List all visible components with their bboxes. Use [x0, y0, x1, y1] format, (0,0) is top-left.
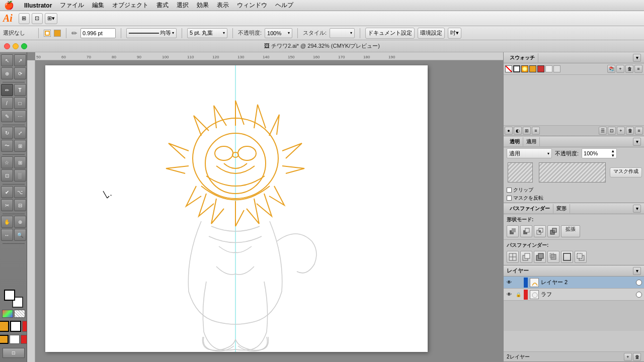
- mask-area[interactable]: [539, 162, 606, 183]
- magic-wand-tool[interactable]: ⟳: [14, 67, 26, 79]
- swatch-delete-btn[interactable]: 🗑: [625, 65, 633, 73]
- opacity-dropdown[interactable]: 100% ▾: [265, 28, 292, 38]
- tab-swatches[interactable]: スウォッチ: [507, 53, 538, 62]
- nav-btn[interactable]: ↔: [1, 229, 13, 241]
- expand-btn[interactable]: 拡張: [561, 225, 580, 237]
- swatch-lightgray[interactable]: [545, 65, 552, 72]
- outline-btn[interactable]: [561, 251, 573, 263]
- layer-rough-visibility[interactable]: 👁: [506, 291, 513, 298]
- prefs-btn[interactable]: 環境設定: [418, 28, 445, 39]
- square-fill[interactable]: [0, 335, 9, 344]
- fill-indicator[interactable]: [4, 290, 15, 301]
- arrange2-btn[interactable]: ⊞▾: [45, 13, 57, 24]
- swatch-menu-btn[interactable]: ≡: [634, 65, 642, 73]
- canvas-content[interactable]: *: [35, 60, 503, 362]
- swatch-pattern-btn[interactable]: ⊞: [523, 127, 531, 135]
- menu-edit[interactable]: 編集: [92, 1, 104, 10]
- intersect-btn[interactable]: [534, 225, 546, 237]
- invert-mask-checkbox[interactable]: [507, 196, 512, 201]
- invert-mask-label[interactable]: マスクを反転: [507, 195, 641, 202]
- active-fill[interactable]: [0, 321, 9, 332]
- stroke-color-btn[interactable]: [44, 30, 51, 37]
- menu-file[interactable]: ファイル: [60, 1, 84, 10]
- zoom-tool[interactable]: ⊕: [14, 216, 26, 228]
- minus-front-btn[interactable]: [520, 225, 532, 237]
- swatch-white[interactable]: [513, 65, 520, 72]
- gradient-swatch[interactable]: [2, 310, 13, 318]
- scale-tool[interactable]: ⤢: [14, 127, 26, 139]
- style-dropdown[interactable]: ▾: [330, 28, 355, 38]
- trim-btn[interactable]: [520, 251, 532, 263]
- swatch-red[interactable]: [537, 65, 544, 72]
- swatch-gradient-btn[interactable]: ◐: [514, 127, 522, 135]
- tab-transparency-extra[interactable]: 適用: [523, 137, 540, 146]
- stroke-style-dropdown[interactable]: 均等 ▾: [126, 28, 177, 38]
- exclude-btn[interactable]: [547, 225, 559, 237]
- swatch-none[interactable]: [505, 65, 512, 72]
- swatch-new-btn[interactable]: +: [616, 65, 624, 73]
- layer-row-2[interactable]: 👁 レイヤー 2: [504, 277, 644, 289]
- menu-object[interactable]: オブジェクト: [112, 1, 148, 10]
- layer-2-target[interactable]: [636, 280, 642, 286]
- fill-color-btn[interactable]: [54, 30, 61, 37]
- apple-menu[interactable]: 🍎: [4, 1, 14, 10]
- divide-btn[interactable]: [507, 251, 519, 263]
- warp-tool[interactable]: 〜: [1, 140, 13, 152]
- menu-help[interactable]: ヘルプ: [275, 1, 293, 10]
- menu-illustrator[interactable]: Illustrator: [24, 2, 52, 9]
- extra-btn[interactable]: 吋▾: [448, 28, 461, 39]
- merge-btn[interactable]: [534, 251, 546, 263]
- hand-tool[interactable]: ✋: [1, 216, 13, 228]
- opacity-input[interactable]: 100% ▲ ▼: [582, 148, 617, 158]
- layer-rough-target[interactable]: [636, 292, 642, 298]
- group-select-tool[interactable]: ⊕: [1, 67, 13, 79]
- canvas-area[interactable]: 50 60 70 80 90 100 110 120 130 140 150 1…: [27, 52, 503, 362]
- new-layer-btn[interactable]: +: [624, 353, 632, 361]
- swatch-menu2-btn[interactable]: ≡: [635, 127, 643, 135]
- doc-settings-btn[interactable]: ドキュメント設定: [365, 28, 415, 39]
- pencil-tool[interactable]: ✎: [1, 110, 13, 122]
- swatch-list-btn[interactable]: ☰: [599, 127, 607, 135]
- text-tool[interactable]: T: [14, 84, 26, 96]
- layer-rough-lock[interactable]: 🔒: [515, 291, 522, 298]
- swatch-all-btn[interactable]: ≡: [532, 127, 540, 135]
- swatch-new2-btn[interactable]: +: [617, 127, 625, 135]
- crop-btn[interactable]: [547, 251, 559, 263]
- eyedropper-tool[interactable]: ✔: [1, 186, 13, 198]
- line-tool[interactable]: /: [1, 97, 13, 109]
- tab-transform[interactable]: 変形: [553, 204, 570, 213]
- unite-btn[interactable]: [507, 225, 519, 237]
- menu-view[interactable]: 表示: [217, 1, 229, 10]
- menu-select[interactable]: 選択: [177, 1, 189, 10]
- mesh-tool[interactable]: ⊡: [1, 169, 13, 182]
- rect-tool[interactable]: □: [14, 97, 26, 109]
- paint-bucket-tool[interactable]: ⌥: [14, 186, 26, 198]
- swatch-del2-btn[interactable]: 🗑: [626, 127, 634, 135]
- layer-2-visibility[interactable]: 👁: [506, 279, 513, 286]
- select-tool[interactable]: ↖: [1, 54, 13, 66]
- minus-back-btn[interactable]: [575, 251, 587, 263]
- active-stroke[interactable]: [10, 321, 21, 332]
- free-transform-tool[interactable]: ⊞: [14, 140, 26, 152]
- arrange-btn[interactable]: ⊡: [32, 13, 43, 24]
- clip-checkbox[interactable]: [507, 188, 512, 193]
- menu-format[interactable]: 書式: [156, 1, 169, 10]
- layer-row-rough[interactable]: 👁 🔒 ラフ: [504, 289, 644, 301]
- clip-label[interactable]: クリップ: [507, 187, 641, 194]
- direct-select-tool[interactable]: ↗: [14, 54, 26, 66]
- mask-create-btn[interactable]: マスク作成: [610, 167, 642, 177]
- blend-mode-select[interactable]: 適用 ▾: [507, 148, 552, 158]
- artboard-tool[interactable]: ⊟: [14, 199, 26, 211]
- square-alt[interactable]: [21, 335, 28, 344]
- rotate-tool[interactable]: ↻: [1, 127, 13, 139]
- stroke-width-input[interactable]: 0.996 pt: [80, 28, 116, 38]
- swatch-orange[interactable]: [529, 65, 536, 72]
- swatch-gray1[interactable]: [553, 65, 560, 72]
- zoom2-btn[interactable]: 🔍: [14, 229, 26, 241]
- close-btn[interactable]: [4, 43, 10, 49]
- menu-window[interactable]: ウィンドウ: [237, 1, 267, 10]
- none-swatch[interactable]: [14, 310, 25, 318]
- brush-tool[interactable]: ⋯: [14, 110, 26, 122]
- scissors-tool[interactable]: ✂: [1, 199, 13, 211]
- new-window-btn[interactable]: ⊞: [19, 13, 30, 24]
